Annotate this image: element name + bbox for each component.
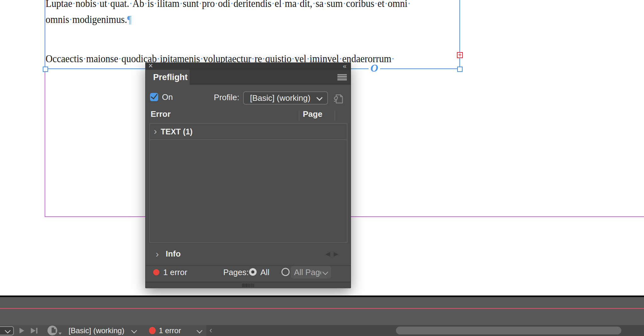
embed-profile-icon[interactable] xyxy=(332,93,344,105)
preflight-panel: ✕ « Preflight On Profile: [Basic] (worki… xyxy=(146,63,351,288)
page-range-value: All Pages xyxy=(294,266,321,279)
chevron-down-icon[interactable] xyxy=(131,328,137,333)
next-error-icon[interactable]: ▶ xyxy=(334,242,338,265)
profile-label: Profile: xyxy=(198,93,239,101)
chevron-down-icon xyxy=(316,95,323,101)
next-page-button[interactable] xyxy=(19,328,24,333)
panel-menu-icon[interactable] xyxy=(337,74,347,80)
error-status-dot xyxy=(153,269,159,275)
bleed-guide xyxy=(0,308,644,309)
expand-chevron-icon[interactable]: › xyxy=(154,124,157,139)
status-bar: [Basic] (working) 1 error ‹ xyxy=(0,325,644,336)
panel-tab-row: Preflight xyxy=(146,70,351,85)
preflight-page-glyph xyxy=(52,328,56,333)
scroll-left-icon[interactable]: ‹ xyxy=(209,325,212,335)
page-range-dropdown[interactable]: All Pages xyxy=(291,266,331,279)
document-text-line-3[interactable]: Occaectis·maionse·quodicab·ipitamenis·vo… xyxy=(46,53,395,64)
horizontal-scrollbar-track[interactable]: ‹ xyxy=(206,325,644,336)
chevron-down-icon xyxy=(322,269,328,275)
frame-handle-bottom-left[interactable] xyxy=(43,67,48,72)
close-icon[interactable]: ✕ xyxy=(148,62,153,69)
document-text-line-2[interactable]: omnis·modigenimus.¶ xyxy=(46,14,131,25)
resize-grip-icon[interactable] xyxy=(242,284,254,287)
error-group-label: TEXT (1) xyxy=(161,124,192,139)
panel-title-bar: ✕ « xyxy=(146,63,351,70)
previous-error-icon[interactable]: ◀ xyxy=(325,242,330,265)
expand-chevron-icon[interactable]: › xyxy=(156,242,159,265)
statusbar-error-count[interactable]: 1 error xyxy=(159,325,181,336)
info-section[interactable]: › Info ◀ ▶ xyxy=(146,242,351,265)
profile-dropdown-value: [Basic] (working) xyxy=(250,92,310,104)
chevron-down-icon[interactable] xyxy=(197,328,202,333)
column-divider[interactable] xyxy=(299,111,299,121)
document-text-line-1[interactable]: Luptae·nobis·ut·quat.·Ab·is·ilitam·sunt·… xyxy=(46,0,411,9)
on-label: On xyxy=(162,93,173,101)
last-page-button[interactable] xyxy=(31,328,36,333)
margin-guide-vertical xyxy=(45,71,45,217)
last-page-bar xyxy=(36,328,37,333)
collapse-panel-icon[interactable]: « xyxy=(343,62,346,69)
pages-all-label: All xyxy=(260,268,269,276)
indesign-workspace: Luptae·nobis·ut·quat.·Ab·is·ilitam·sunt·… xyxy=(0,0,644,336)
preflight-menu-arrow-icon[interactable] xyxy=(58,333,62,335)
chevron-down-icon xyxy=(5,328,10,333)
statusbar-error-dot xyxy=(149,327,156,334)
horizontal-scrollbar-thumb[interactable] xyxy=(396,327,621,334)
info-label: Info xyxy=(166,242,181,265)
panel-error-count: 1 error xyxy=(163,268,187,276)
column-header-error: Error xyxy=(151,110,171,118)
text-outport-glyph[interactable]: O xyxy=(369,63,380,73)
statusbar-profile-value[interactable]: [Basic] (working) xyxy=(69,325,124,336)
tab-preflight[interactable]: Preflight xyxy=(146,70,190,85)
error-group-row-text[interactable]: › TEXT (1) xyxy=(150,124,347,140)
column-header-page: Page xyxy=(303,110,322,118)
overset-text-indicator[interactable]: + xyxy=(457,52,463,58)
preflight-on-checkbox[interactable] xyxy=(150,93,158,101)
pages-all-radio[interactable] xyxy=(249,268,257,276)
frame-handle-bottom-right[interactable] xyxy=(457,67,463,72)
error-list: › TEXT (1) xyxy=(149,123,347,243)
pages-label: Pages: xyxy=(223,268,249,276)
tab-preflight-label: Preflight xyxy=(153,70,188,85)
preflight-status-icon[interactable] xyxy=(47,326,57,335)
pages-range-radio[interactable] xyxy=(281,268,290,276)
page-number-dropdown[interactable] xyxy=(0,326,14,335)
column-divider[interactable] xyxy=(335,111,335,121)
pasteboard xyxy=(0,297,644,325)
text-frame-left-edge[interactable] xyxy=(45,0,45,67)
checkmark-icon xyxy=(151,92,158,99)
profile-dropdown[interactable]: [Basic] (working) xyxy=(243,91,328,105)
panel-resize-strip[interactable] xyxy=(146,282,351,288)
